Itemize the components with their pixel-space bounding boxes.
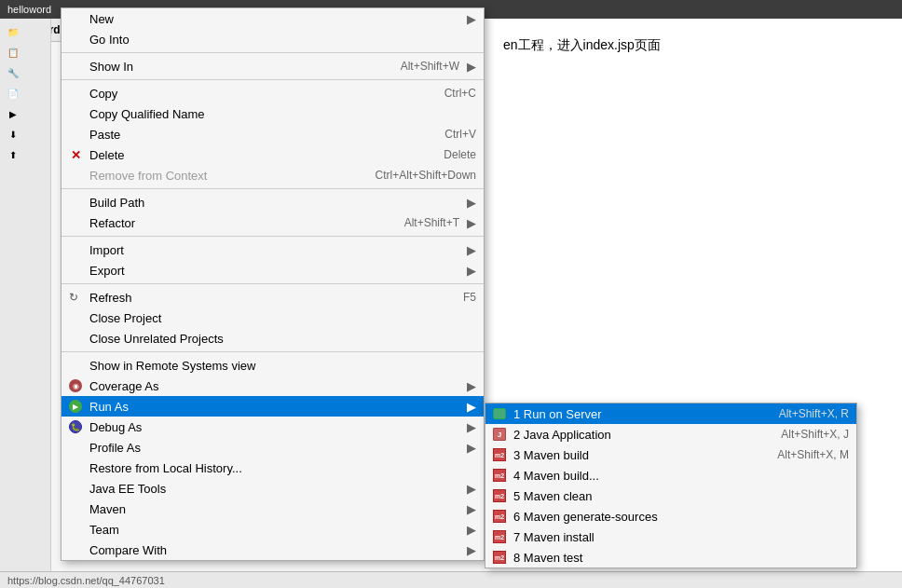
menu-icon-debug-as: 🐛 — [67, 418, 84, 435]
menu-icon-close-unrelated — [67, 330, 84, 347]
menu-icon-paste — [67, 126, 84, 143]
menu-arrow-build-path: ▶ — [467, 196, 476, 210]
menu-item-import[interactable]: Import▶ — [62, 239, 484, 260]
menu-item-debug-as[interactable]: 🐛Debug As▶ — [62, 417, 484, 437]
menu-item-paste[interactable]: PasteCtrl+V — [62, 124, 484, 144]
menu-arrow-team: ▶ — [467, 523, 476, 537]
menu-separator — [62, 79, 484, 80]
submenu-icon-maven-test: m2 — [491, 549, 508, 566]
menu-arrow-compare-with: ▶ — [467, 543, 476, 557]
menu-item-refactor[interactable]: RefactorAlt+Shift+T▶ — [62, 212, 484, 233]
menu-icon-maven — [67, 500, 84, 517]
sidebar-icon-2: 📋 — [4, 43, 22, 62]
menu-arrow-debug-as: ▶ — [467, 420, 476, 434]
menu-label-show-remote: Show in Remote Systems view — [89, 359, 476, 373]
submenu-icon-maven-clean: m2 — [491, 487, 508, 504]
bottom-bar: https://blog.csdn.net/qq_44767031 — [0, 571, 902, 588]
menu-shortcut-remove-context: Ctrl+Alt+Shift+Down — [376, 169, 476, 182]
menu-label-maven: Maven — [89, 502, 459, 516]
sidebar-icon-4: 📄 — [4, 84, 22, 103]
menu-item-close-unrelated[interactable]: Close Unrelated Projects — [62, 328, 484, 349]
sidebar-icon-6: ⬇ — [4, 125, 22, 144]
menu-item-show-remote[interactable]: Show in Remote Systems view — [62, 355, 484, 376]
menu-icon-restore-local — [67, 459, 84, 476]
submenu-item-maven-build-dot[interactable]: m24 Maven build... — [485, 465, 856, 485]
bottom-url: https://blog.csdn.net/qq_44767031 — [7, 575, 165, 586]
menu-shortcut-show-in: Alt+Shift+W — [401, 60, 459, 73]
menu-shortcut-refactor: Alt+Shift+T — [404, 216, 459, 229]
submenu-label-run-on-server: 1 Run on Server — [513, 407, 760, 421]
submenu-item-maven-clean[interactable]: m25 Maven clean — [485, 485, 856, 506]
menu-label-refactor: Refactor — [89, 216, 386, 230]
menu-item-export[interactable]: Export▶ — [62, 260, 484, 280]
submenu-item-run-on-server[interactable]: 1 Run on ServerAlt+Shift+X, R — [485, 403, 856, 424]
menu-item-refresh[interactable]: ↻RefreshF5 — [62, 287, 484, 308]
submenu-item-maven-test[interactable]: m28 Maven test — [485, 547, 856, 567]
menu-icon-export — [67, 262, 84, 279]
menu-icon-refactor — [67, 214, 84, 231]
submenu-item-java-application[interactable]: J2 Java ApplicationAlt+Shift+X, J — [485, 424, 856, 444]
context-menu: New▶Go IntoShow InAlt+Shift+W▶CopyCtrl+C… — [61, 7, 485, 561]
menu-arrow-coverage-as: ▶ — [467, 379, 476, 393]
menu-item-profile-as[interactable]: Profile As▶ — [62, 437, 484, 458]
menu-arrow-import: ▶ — [467, 243, 476, 257]
submenu-icon-maven-build-dot: m2 — [491, 467, 508, 484]
menu-icon-run-as: ▶ — [67, 398, 84, 415]
submenu-item-maven-generate[interactable]: m26 Maven generate-sources — [485, 506, 856, 526]
menu-separator — [62, 52, 484, 53]
menu-item-java-ee-tools[interactable]: Java EE Tools▶ — [62, 478, 484, 499]
menu-item-restore-local[interactable]: Restore from Local History... — [62, 458, 484, 478]
menu-arrow-run-as: ▶ — [467, 400, 476, 414]
menu-icon-new — [67, 10, 84, 27]
menu-item-new[interactable]: New▶ — [62, 8, 484, 29]
menu-item-team[interactable]: Team▶ — [62, 519, 484, 540]
menu-label-go-into: Go Into — [89, 33, 476, 47]
menu-item-remove-context[interactable]: Remove from ContextCtrl+Alt+Shift+Down — [62, 165, 484, 185]
menu-item-close-project[interactable]: Close Project — [62, 308, 484, 328]
menu-icon-show-in — [67, 58, 84, 75]
sidebar-icons: 📁 📋 🔧 📄 ▶ ⬇ ⬆ — [0, 19, 50, 168]
menu-icon-build-path — [67, 194, 84, 211]
menu-arrow-maven: ▶ — [467, 502, 476, 516]
menu-item-copy[interactable]: CopyCtrl+C — [62, 83, 484, 103]
menu-shortcut-copy: Ctrl+C — [444, 87, 476, 100]
submenu-label-maven-install: 7 Maven install — [513, 530, 849, 544]
menu-label-import: Import — [89, 243, 459, 257]
submenu-label-maven-clean: 5 Maven clean — [513, 489, 849, 503]
menu-icon-copy — [67, 85, 84, 102]
menu-item-delete[interactable]: ✕DeleteDelete — [62, 144, 484, 165]
menu-label-new: New — [89, 12, 459, 26]
menu-label-profile-as: Profile As — [89, 441, 459, 455]
menu-label-export: Export — [89, 264, 459, 278]
menu-icon-team — [67, 521, 84, 538]
menu-item-show-in[interactable]: Show InAlt+Shift+W▶ — [62, 56, 484, 76]
menu-label-java-ee-tools: Java EE Tools — [89, 482, 459, 496]
menu-icon-coverage-as: ◉ — [67, 377, 84, 394]
menu-shortcut-refresh: F5 — [463, 291, 476, 304]
menu-item-maven[interactable]: Maven▶ — [62, 499, 484, 519]
submenu-label-maven-build-dot: 4 Maven build... — [513, 469, 849, 483]
menu-icon-java-ee-tools — [67, 480, 84, 497]
submenu-shortcut-java-application: Alt+Shift+X, J — [781, 428, 849, 441]
submenu-item-maven-build[interactable]: m23 Maven buildAlt+Shift+X, M — [485, 444, 856, 465]
menu-label-compare-with: Compare With — [89, 543, 459, 557]
menu-separator — [62, 351, 484, 352]
menu-item-coverage-as[interactable]: ◉Coverage As▶ — [62, 376, 484, 396]
menu-item-run-as[interactable]: ▶Run As▶ — [62, 396, 484, 417]
sidebar-icon-7: ⬆ — [4, 145, 22, 164]
menu-icon-close-project — [67, 309, 84, 326]
submenu-label-maven-build: 3 Maven build — [513, 448, 758, 462]
menu-icon-delete: ✕ — [67, 146, 84, 163]
submenu-item-maven-install[interactable]: m27 Maven install — [485, 526, 856, 547]
menu-item-build-path[interactable]: Build Path▶ — [62, 192, 484, 212]
sidebar: 📁 📋 🔧 📄 ▶ ⬇ ⬆ — [0, 19, 51, 588]
menu-item-compare-with[interactable]: Compare With▶ — [62, 540, 484, 560]
menu-icon-profile-as — [67, 439, 84, 456]
menu-label-refresh: Refresh — [89, 291, 444, 305]
menu-item-go-into[interactable]: Go Into — [62, 29, 484, 49]
submenu-label-java-application: 2 Java Application — [513, 428, 762, 442]
menu-arrow-profile-as: ▶ — [467, 441, 476, 455]
menu-item-copy-qualified[interactable]: Copy Qualified Name — [62, 103, 484, 124]
submenu-icon-maven-build: m2 — [491, 446, 508, 463]
menu-label-restore-local: Restore from Local History... — [89, 461, 476, 475]
